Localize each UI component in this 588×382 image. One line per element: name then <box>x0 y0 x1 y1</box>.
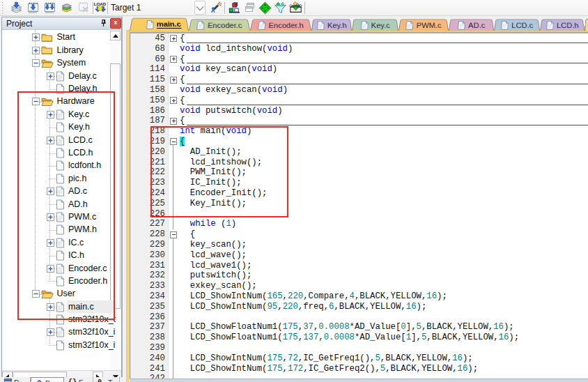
tree-item-label[interactable]: IC.c <box>67 236 86 249</box>
tree-item-Delay.c[interactable]: Delay.c <box>2 70 116 82</box>
tree-item-label[interactable]: Encoder.h <box>67 275 109 287</box>
tree-item-label[interactable]: main.c <box>67 300 116 313</box>
tree-item-label[interactable]: User <box>56 288 77 300</box>
options-for-target-button[interactable] <box>208 1 223 15</box>
tree-item-LCD.h[interactable]: LCD.h <box>2 146 116 159</box>
tree-item-Key.h[interactable]: Key.h <box>2 121 116 134</box>
fold-expand-box-icon[interactable] <box>170 35 177 42</box>
tree-item-PWM.h[interactable]: PWM.h <box>2 224 116 236</box>
editor-tab-Encoder.h[interactable]: Encoder.h <box>250 19 311 31</box>
expand-box-icon[interactable] <box>47 111 54 119</box>
tree-item-label[interactable]: LCD.c <box>67 134 95 146</box>
download-button[interactable]: LOAD <box>93 1 107 15</box>
fold-expand-box-icon[interactable] <box>170 56 177 63</box>
tree-item-label[interactable]: Encoder.c <box>67 262 109 275</box>
target-select[interactable]: Target 1 <box>109 1 194 15</box>
tree-item-Key.c[interactable]: Key.c <box>2 108 116 121</box>
panel-splitter[interactable] <box>122 17 123 382</box>
tree-item-label[interactable]: Start <box>56 31 77 44</box>
rebuild-button[interactable] <box>42 1 57 15</box>
pin-icon[interactable] <box>99 19 108 28</box>
close-panel-button[interactable]: x <box>110 18 121 29</box>
editor-tab-LCD.h[interactable]: LCD.h <box>540 19 585 31</box>
editor-tab-Key.h[interactable]: Key.h <box>311 19 352 31</box>
expand-box-icon[interactable] <box>47 213 54 221</box>
tree-item-Delay.h[interactable]: Delay.h <box>2 82 116 95</box>
editor-horizontal-scrollbar[interactable] <box>130 379 588 382</box>
tree-item-main.c[interactable]: main.c <box>2 300 116 313</box>
multi-project-workspace-button[interactable] <box>242 1 257 15</box>
dock-tab-T[interactable]: 0-T <box>93 377 120 382</box>
tree-item-label[interactable]: AD.c <box>67 185 89 198</box>
editor-tab-main.c[interactable]: main.c <box>130 18 189 31</box>
editor-tab-LCD.c[interactable]: LCD.c <box>494 19 540 31</box>
manage-run-time-environment-button[interactable] <box>258 1 272 15</box>
fold-expand-box-icon[interactable] <box>170 97 177 104</box>
tree-item-IC.c[interactable]: IC.c <box>2 236 116 249</box>
collapse-box-icon[interactable] <box>32 59 40 67</box>
expand-box-icon[interactable] <box>47 72 54 80</box>
tree-item-System[interactable]: System <box>2 57 116 70</box>
tree-item-Encoder.h[interactable]: Encoder.h <box>2 275 116 287</box>
editor-tab-PWM.c[interactable]: PWM.c <box>399 19 449 31</box>
tree-item-label[interactable]: Delay.h <box>67 83 99 96</box>
tree-item-label[interactable]: Hardware <box>56 96 97 108</box>
tree-item-LCD.c[interactable]: LCD.c <box>2 134 116 146</box>
fold-collapse-box-icon[interactable] <box>170 231 177 238</box>
dock-tab-F[interactable]: {}F <box>64 377 93 382</box>
build-button[interactable] <box>26 1 40 15</box>
expand-box-icon[interactable] <box>47 137 54 144</box>
dock-tab-P[interactable]: P <box>0 377 31 382</box>
tree-item-label[interactable]: Library <box>56 44 86 56</box>
editor-tab-Key.c[interactable]: Key.c <box>352 19 399 31</box>
tree-item-Encoder.c[interactable]: Encoder.c <box>2 262 116 275</box>
tree-item-AD.h[interactable]: AD.h <box>2 198 116 211</box>
expand-box-icon[interactable] <box>47 303 54 311</box>
tree-item-stm32f10x_it[interactable]: stm32f10x_it <box>2 326 116 339</box>
tree-item-label[interactable]: Key.c <box>67 108 91 121</box>
expand-box-icon[interactable] <box>32 47 40 54</box>
tree-item-label[interactable]: IC.h <box>67 250 86 262</box>
toolbar-grip-handle[interactable] <box>1 1 5 14</box>
tree-item-label[interactable]: pic.h <box>67 172 88 185</box>
tree-item-PWM.c[interactable]: PWM.c <box>2 211 116 223</box>
stop-build-button[interactable] <box>76 1 91 15</box>
expand-box-icon[interactable] <box>47 239 54 247</box>
editor-tab-AD.c[interactable]: AD.c <box>449 19 494 31</box>
tree-item-IC.h[interactable]: IC.h <box>2 249 116 261</box>
tree-item-stm32f10x_it[interactable]: stm32f10x_it <box>2 339 116 351</box>
target-select-dropdown-button[interactable] <box>194 1 206 15</box>
pack-installer-button[interactable] <box>288 1 303 15</box>
manage-project-items-button[interactable] <box>227 1 242 15</box>
editor-tab-partial[interactable] <box>585 19 588 31</box>
translate-button[interactable] <box>9 1 24 15</box>
fold-expand-box-icon[interactable] <box>170 118 177 125</box>
expand-box-icon[interactable] <box>47 265 54 273</box>
expand-box-icon[interactable] <box>32 33 40 41</box>
tree-item-label[interactable]: stm32f10x_c <box>67 314 116 326</box>
tree-item-pic.h[interactable]: pic.h <box>2 172 116 185</box>
expand-box-icon[interactable] <box>47 188 54 195</box>
tree-item-label[interactable]: PWM.h <box>67 224 99 236</box>
tree-item-label[interactable]: Delay.c <box>67 70 99 82</box>
collapse-box-icon[interactable] <box>32 98 40 105</box>
tree-item-lcdfont.h[interactable]: lcdfont.h <box>2 160 116 172</box>
fold-expand-box-icon[interactable] <box>170 77 177 84</box>
tree-item-Start[interactable]: Start <box>2 31 116 44</box>
tree-item-label[interactable]: lcdfont.h <box>67 160 103 172</box>
tree-item-label[interactable]: AD.h <box>67 198 90 211</box>
batch-build-button[interactable] <box>59 1 74 15</box>
tree-item-label[interactable]: stm32f10x_it <box>67 326 116 339</box>
tree-item-stm32f10x_c[interactable]: stm32f10x_c <box>2 313 116 326</box>
tree-item-label[interactable]: System <box>56 57 88 70</box>
dock-tab-B[interactable]: B <box>31 377 64 382</box>
tree-item-label[interactable]: stm32f10x_it <box>67 339 116 351</box>
tree-item-User[interactable]: User <box>2 288 116 300</box>
code-editor[interactable]: 45{68void lcd_intshow(void)69{114void ke… <box>130 33 588 379</box>
expand-box-icon[interactable] <box>47 328 54 336</box>
tree-item-Library[interactable]: Library <box>2 44 116 56</box>
tree-item-AD.c[interactable]: AD.c <box>2 185 116 197</box>
tree-item-label[interactable]: PWM.c <box>67 211 98 223</box>
collapse-box-icon[interactable] <box>32 290 40 298</box>
tree-item-Hardware[interactable]: Hardware <box>2 96 116 108</box>
